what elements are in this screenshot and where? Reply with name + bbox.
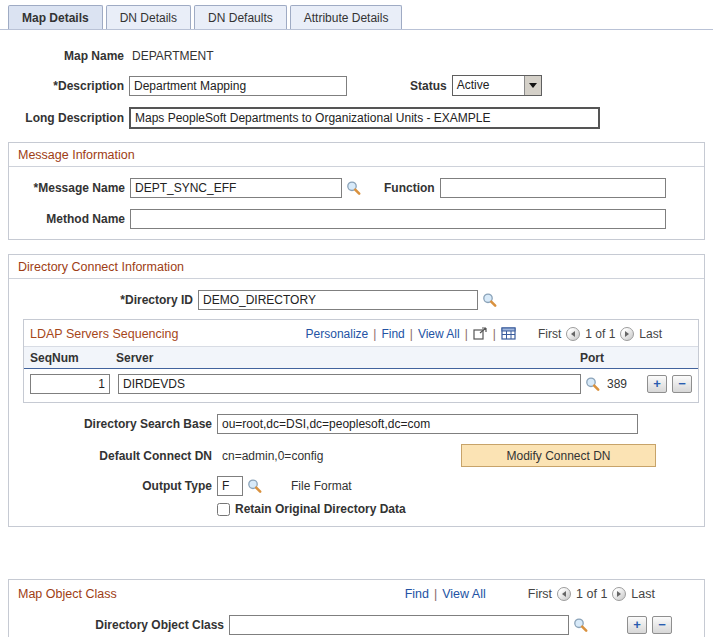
retain-directory-data-label: Retain Original Directory Data <box>235 502 406 516</box>
message-name-lookup-icon[interactable] <box>345 180 362 197</box>
message-information-title: Message Information <box>9 143 704 167</box>
directory-connect-title: Directory Connect Information <box>9 255 704 279</box>
personalize-link[interactable]: Personalize <box>306 327 369 341</box>
port-column-header: Port <box>580 351 638 365</box>
ldap-servers-grid: LDAP Servers Sequencing Personalize | Fi… <box>23 319 699 403</box>
output-type-lookup-icon[interactable] <box>246 478 263 495</box>
description-row: *Description Status Active <box>0 75 713 96</box>
ldap-grid-title: LDAP Servers Sequencing <box>30 327 178 341</box>
directory-search-base-input[interactable] <box>217 414 638 434</box>
actions-column-header <box>638 351 698 365</box>
directory-search-base-label: Directory Search Base <box>9 417 212 431</box>
tab-attribute-details[interactable]: Attribute Details <box>290 5 403 29</box>
directory-id-label: *Directory ID <box>9 293 193 307</box>
directory-object-class-lookup-icon[interactable] <box>572 617 589 634</box>
function-input[interactable] <box>440 178 666 198</box>
status-label: Status <box>410 79 447 93</box>
ldap-grid-header: LDAP Servers Sequencing Personalize | Fi… <box>24 320 698 346</box>
seqnum-column-header: SeqNum <box>24 351 116 365</box>
separator: | <box>373 327 376 341</box>
map-object-class-nav: First 1 of 1 Last <box>528 587 655 601</box>
tab-bar: Map Details DN Details DN Defaults Attri… <box>0 0 713 30</box>
next-row-icon[interactable] <box>620 327 634 341</box>
message-name-input[interactable] <box>130 178 342 198</box>
add-row-button[interactable]: + <box>627 616 647 634</box>
server-input[interactable] <box>118 374 581 394</box>
delete-row-button[interactable]: − <box>652 616 672 634</box>
separator: | <box>434 587 437 601</box>
next-row-icon[interactable] <box>612 587 626 601</box>
map-object-class-title: Map Object Class <box>18 587 117 601</box>
output-type-description: File Format <box>291 479 352 493</box>
previous-row-icon[interactable] <box>557 587 571 601</box>
last-link[interactable]: Last <box>639 327 662 341</box>
download-to-excel-icon[interactable] <box>501 327 516 340</box>
directory-object-class-row: Directory Object Class + − <box>9 615 704 635</box>
map-object-class-section: Map Object Class Find | View All First 1… <box>8 579 705 637</box>
message-information-section: Message Information *Message Name Functi… <box>8 142 705 240</box>
modify-connect-dn-button[interactable]: Modify Connect DN <box>461 444 656 467</box>
output-type-input[interactable] <box>217 476 243 496</box>
map-name-row: Map Name DEPARTMENT <box>0 49 713 63</box>
seqnum-input[interactable] <box>30 374 110 394</box>
method-name-label: Method Name <box>9 212 125 226</box>
separator: | <box>410 327 413 341</box>
map-object-class-links: Find | View All <box>405 587 486 601</box>
directory-object-class-input[interactable] <box>229 615 569 635</box>
find-link[interactable]: Find <box>381 327 404 341</box>
server-lookup-icon[interactable] <box>584 376 601 393</box>
message-name-label: *Message Name <box>9 181 125 195</box>
method-name-input[interactable] <box>130 209 666 229</box>
status-selected-value: Active <box>453 76 524 95</box>
first-link[interactable]: First <box>538 327 561 341</box>
row-counter: 1 of 1 <box>585 327 615 341</box>
delete-row-button[interactable]: − <box>672 375 692 393</box>
directory-id-row: *Directory ID <box>9 290 704 310</box>
ldap-grid-nav: First 1 of 1 Last <box>538 327 662 341</box>
tab-dn-defaults[interactable]: DN Defaults <box>194 5 287 29</box>
default-connect-dn-value: cn=admin,0=config <box>222 449 323 463</box>
description-label: *Description <box>0 79 124 93</box>
long-description-input[interactable] <box>129 107 600 129</box>
add-row-button[interactable]: + <box>647 375 667 393</box>
row-counter: 1 of 1 <box>576 587 607 601</box>
long-description-row: Long Description <box>0 107 713 129</box>
dropdown-arrow-icon[interactable] <box>524 76 541 95</box>
ldap-grid-links: Personalize | Find | View All | | <box>306 327 516 341</box>
map-name-label: Map Name <box>0 49 124 63</box>
directory-id-lookup-icon[interactable] <box>481 292 498 309</box>
view-all-link[interactable]: View All <box>442 587 486 601</box>
function-label: Function <box>384 181 435 195</box>
map-object-class-header: Map Object Class Find | View All First 1… <box>9 580 704 605</box>
tab-map-details[interactable]: Map Details <box>8 5 103 29</box>
directory-connect-section: Directory Connect Information *Directory… <box>8 254 705 527</box>
directory-object-class-label: Directory Object Class <box>9 618 224 632</box>
ldap-server-row: 389 + − <box>24 369 698 402</box>
message-name-row: *Message Name Function <box>9 178 704 198</box>
output-type-row: Output Type File Format <box>9 476 704 496</box>
output-type-label: Output Type <box>9 479 212 493</box>
first-link[interactable]: First <box>528 587 552 601</box>
method-name-row: Method Name <box>9 209 704 229</box>
find-link[interactable]: Find <box>405 587 429 601</box>
directory-id-input[interactable] <box>198 290 478 310</box>
ldap-grid-column-headers: SeqNum Server Port <box>24 346 698 369</box>
retain-directory-data-row: Retain Original Directory Data <box>217 502 704 516</box>
zoom-grid-icon[interactable] <box>473 327 488 340</box>
separator: | <box>493 327 496 341</box>
server-column-header: Server <box>116 351 580 365</box>
tab-dn-details[interactable]: DN Details <box>106 5 191 29</box>
last-link[interactable]: Last <box>631 587 655 601</box>
retain-directory-data-checkbox[interactable] <box>217 503 230 516</box>
map-name-value: DEPARTMENT <box>132 49 214 63</box>
status-select[interactable]: Active <box>452 75 542 96</box>
long-description-label: Long Description <box>0 111 124 125</box>
description-input[interactable] <box>129 76 347 96</box>
port-value: 389 <box>607 377 647 391</box>
default-connect-dn-row: Default Connect DN cn=admin,0=config Mod… <box>9 444 704 468</box>
default-connect-dn-label: Default Connect DN <box>9 449 212 463</box>
directory-search-base-row: Directory Search Base <box>9 414 704 434</box>
separator: | <box>465 327 468 341</box>
previous-row-icon[interactable] <box>566 327 580 341</box>
view-all-link[interactable]: View All <box>418 327 460 341</box>
